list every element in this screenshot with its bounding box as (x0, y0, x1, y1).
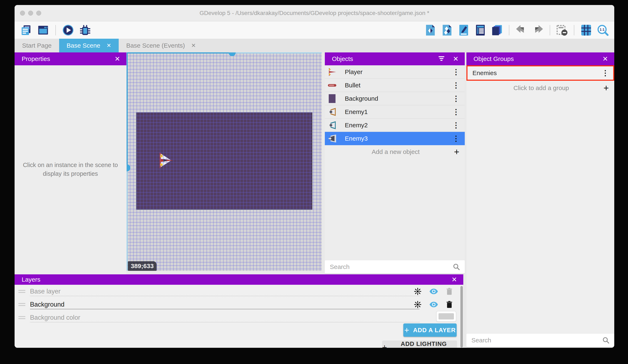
svg-text:1:1: 1:1 (600, 27, 605, 31)
layers-scrollbar[interactable] (460, 286, 463, 348)
object-label: Enemy3 (345, 135, 452, 142)
project-manager-icon[interactable] (20, 24, 32, 36)
titlebar: GDevelop 5 - /Users/dkarakay/Documents/G… (14, 5, 614, 21)
object-row-enemy2[interactable]: Enemy2 ⋮ (325, 119, 465, 132)
redo-icon[interactable] (532, 24, 544, 36)
cursor-coordinates-badge: 389;633 (128, 261, 157, 271)
filter-icon[interactable] (438, 56, 445, 62)
object-label: Enemy2 (345, 122, 452, 129)
object-label: Player (345, 68, 452, 75)
object-row-bullet[interactable]: Bullet ⋮ (325, 79, 465, 92)
window-icon[interactable] (37, 24, 49, 36)
close-panel-icon[interactable]: ✕ (453, 55, 459, 63)
layer-row-base-layer[interactable]: Base layer (14, 285, 463, 298)
add-group-button[interactable]: Click to add a group + (467, 81, 614, 94)
object-row-player[interactable]: Player ⋮ (325, 65, 465, 79)
group-label: Enemies (472, 69, 602, 76)
close-tab-icon[interactable]: ✕ (191, 42, 196, 49)
add-object-label: Add a new object (325, 148, 454, 155)
search-icon (602, 337, 610, 344)
toolbar-divider (55, 25, 56, 35)
objects-search-input[interactable] (325, 263, 453, 270)
groups-search-field[interactable] (467, 334, 614, 347)
instances-list-icon[interactable] (474, 24, 486, 36)
layer-effects-icon[interactable] (414, 301, 421, 308)
object-menu-icon[interactable]: ⋮ (452, 81, 460, 89)
object-row-enemy1[interactable]: Enemy1 ⋮ (325, 105, 465, 119)
debug-icon[interactable] (79, 24, 91, 36)
canvas-hscroll-track[interactable] (127, 53, 232, 54)
properties-panel: Properties ✕ Click on an instance in the… (14, 53, 126, 274)
panel-title: Objects (332, 55, 353, 62)
layer-visibility-eye-icon[interactable] (430, 289, 438, 294)
toolbar-divider (574, 25, 574, 35)
object-row-background[interactable]: Background ⋮ (325, 92, 465, 105)
object-label: Background (345, 95, 452, 102)
layer-effects-icon[interactable] (414, 288, 421, 295)
grid-icon[interactable] (580, 24, 592, 36)
drag-handle-icon[interactable] (18, 290, 25, 293)
main-toolbar: 1:1 (14, 21, 614, 39)
tab-start-page[interactable]: Start Page (14, 39, 59, 53)
group-row-enemies-highlighted[interactable]: Enemies ⋮ (467, 65, 614, 81)
object-menu-icon[interactable]: ⋮ (452, 108, 460, 116)
toolbar-divider (550, 25, 550, 35)
add-object-button[interactable]: Add a new object + (325, 145, 465, 159)
object-groups-panel: Object Groups ✕ Enemies ⋮ Click to add a… (467, 53, 614, 348)
objects-panel: Objects ✕ Player ⋮ (325, 53, 465, 274)
tab-label: Base Scene (Events) (126, 42, 185, 49)
tab-base-scene[interactable]: Base Scene ✕ (59, 39, 119, 53)
enemy2-thumbnail-icon (325, 121, 339, 130)
layer-row-background-color[interactable]: Background color (14, 311, 463, 324)
app-window: GDevelop 5 - /Users/dkarakay/Documents/G… (14, 5, 614, 348)
scene-grid (127, 53, 322, 271)
canvas-hscroll-track[interactable] (232, 53, 322, 54)
layer-row-background[interactable]: Background (14, 298, 463, 311)
add-layer-button[interactable]: + ADD A LAYER (403, 323, 457, 337)
object-label: Bullet (345, 82, 452, 89)
undo-icon[interactable] (515, 24, 527, 36)
group-menu-icon[interactable]: ⋮ (602, 69, 609, 77)
objects-panel-icon[interactable] (424, 24, 436, 36)
background-color-swatch[interactable] (436, 311, 456, 322)
enemy3-thumbnail-icon (325, 134, 339, 143)
layer-visibility-eye-icon[interactable] (430, 302, 438, 307)
close-panel-icon[interactable]: ✕ (115, 55, 120, 63)
editor-tabs: Start Page Base Scene ✕ Base Scene (Even… (14, 39, 614, 53)
canvas-vscroll-track[interactable] (127, 168, 128, 271)
zoom-1-1-icon[interactable]: 1:1 (597, 24, 609, 36)
delete-layer-trash-icon[interactable] (446, 301, 453, 308)
panel-title: Object Groups (473, 55, 514, 62)
object-groups-panel-icon[interactable] (441, 24, 453, 36)
scene-canvas[interactable]: 389;633 (127, 53, 322, 271)
object-menu-icon[interactable]: ⋮ (452, 68, 460, 76)
object-menu-icon[interactable]: ⋮ (452, 121, 460, 129)
object-menu-icon[interactable]: ⋮ (452, 135, 460, 142)
layer-name[interactable]: Base layer (30, 288, 60, 295)
close-panel-icon[interactable]: ✕ (451, 276, 457, 284)
objects-search-field[interactable] (325, 260, 465, 274)
object-row-enemy3[interactable]: Enemy3 ⋮ (325, 132, 465, 145)
layers-panel-icon[interactable] (491, 24, 503, 36)
mask-icon[interactable] (556, 24, 568, 36)
window-title: GDevelop 5 - /Users/dkarakay/Documents/G… (14, 5, 614, 21)
delete-layer-trash-icon (446, 288, 453, 295)
toolbar-divider (509, 25, 509, 35)
canvas-vscroll-track[interactable] (127, 53, 128, 168)
player-thumbnail-icon (325, 67, 339, 77)
tab-base-scene-events[interactable]: Base Scene (Events) ✕ (119, 39, 203, 53)
add-group-label: Click to add a group (467, 84, 603, 92)
panel-title: Layers (22, 276, 40, 283)
layers-panel: Layers ✕ Base layer Background (14, 274, 463, 348)
play-icon[interactable] (62, 24, 74, 36)
plus-icon: + (454, 147, 459, 156)
close-tab-icon[interactable]: ✕ (107, 42, 111, 49)
object-menu-icon[interactable]: ⋮ (452, 95, 460, 102)
close-panel-icon[interactable]: ✕ (602, 55, 608, 63)
plus-icon: + (603, 83, 609, 93)
groups-search-input[interactable] (467, 337, 602, 344)
drag-handle-icon[interactable] (18, 303, 25, 306)
properties-panel-icon[interactable] (458, 24, 470, 36)
layer-name[interactable]: Background (30, 301, 64, 308)
add-lighting-layer-button[interactable]: + ADD LIGHTING LAYER (382, 341, 457, 348)
